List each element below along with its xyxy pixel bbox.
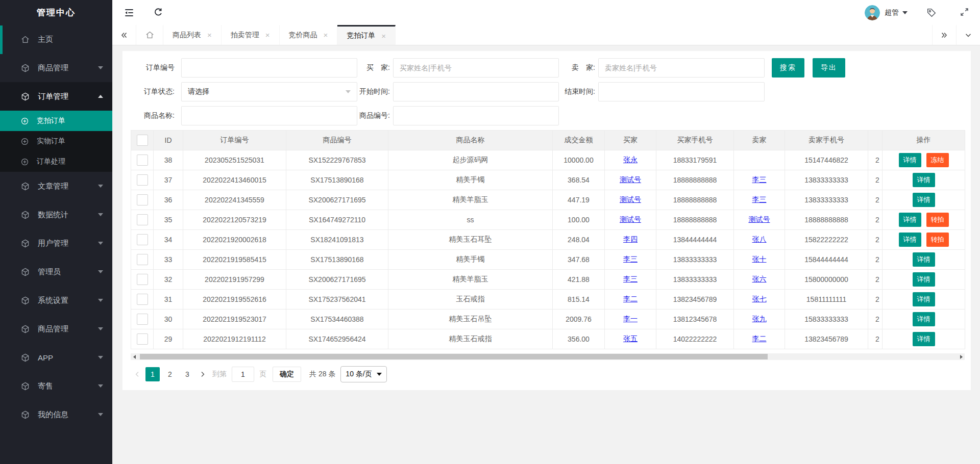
buyer-link[interactable]: 李三 <box>623 275 638 283</box>
seller-link[interactable]: 测试号 <box>749 215 770 223</box>
row-checkbox[interactable] <box>137 214 148 225</box>
sidebar-item[interactable]: 数据统计 <box>0 200 112 229</box>
fullscreen-icon[interactable] <box>960 7 971 18</box>
tabs-scroll-left-button[interactable] <box>112 25 136 45</box>
collapse-sidebar-icon[interactable] <box>124 7 135 18</box>
sidebar-subitem[interactable]: 实物订单 <box>0 131 112 151</box>
order-status-select[interactable]: 请选择 <box>181 82 357 101</box>
sidebar-item[interactable]: 寄售 <box>0 372 112 400</box>
horizontal-scrollbar[interactable] <box>131 353 965 360</box>
row-checkbox[interactable] <box>137 333 148 345</box>
detail-button[interactable]: 详情 <box>899 213 921 227</box>
tab-item[interactable]: 竞拍订单× <box>337 25 396 45</box>
seller-link[interactable]: 张七 <box>752 295 767 303</box>
detail-button[interactable]: 详情 <box>913 173 935 187</box>
seller-link[interactable]: 李二 <box>752 334 767 343</box>
sidebar-item[interactable]: 用户管理 <box>0 229 112 257</box>
seller-link[interactable]: 张八 <box>752 235 767 243</box>
seller-link[interactable]: 张十 <box>752 255 767 263</box>
row-checkbox[interactable] <box>137 174 148 186</box>
seller-input[interactable] <box>598 58 765 78</box>
detail-button[interactable]: 详情 <box>913 252 935 267</box>
row-checkbox[interactable] <box>137 274 148 285</box>
search-button[interactable]: 搜索 <box>772 58 804 78</box>
row-checkbox[interactable] <box>137 154 148 166</box>
user-menu[interactable]: 超管 <box>885 8 908 17</box>
sidebar-item[interactable]: 商品管理 <box>0 54 112 82</box>
detail-button[interactable]: 详情 <box>913 272 935 287</box>
end-time-input[interactable] <box>598 82 765 101</box>
buyer-link[interactable]: 李一 <box>623 315 638 323</box>
tab-home[interactable] <box>136 25 163 45</box>
topbar-right: 超管 <box>865 0 971 25</box>
select-all-checkbox[interactable] <box>137 135 148 146</box>
seller-link[interactable]: 李三 <box>752 175 767 184</box>
avatar[interactable] <box>865 5 880 20</box>
buyer-link[interactable]: 测试号 <box>620 195 641 203</box>
page-number-button[interactable]: 3 <box>180 367 194 381</box>
row-checkbox[interactable] <box>137 314 148 325</box>
goto-page-input[interactable] <box>232 367 254 382</box>
buyer-link[interactable]: 测试号 <box>620 215 641 223</box>
sidebar-item[interactable]: 文章管理 <box>0 172 112 200</box>
next-page-button[interactable] <box>196 367 209 381</box>
seller-link[interactable]: 李三 <box>752 195 767 203</box>
product-code-input[interactable] <box>393 106 559 125</box>
row-checkbox[interactable] <box>137 294 148 305</box>
buyer-link[interactable]: 李三 <box>623 255 638 263</box>
close-icon[interactable]: × <box>265 31 270 39</box>
detail-button[interactable]: 详情 <box>913 332 935 346</box>
sidebar-item-label: 我的信息 <box>38 410 68 420</box>
horizontal-scrollbar-thumb[interactable] <box>140 354 768 359</box>
sidebar-subitem[interactable]: 竞拍订单 <box>0 111 112 131</box>
detail-button[interactable]: 详情 <box>899 153 921 167</box>
close-icon[interactable]: × <box>207 31 212 39</box>
tab-item[interactable]: 商品列表× <box>163 25 222 45</box>
row-checkbox[interactable] <box>137 234 148 245</box>
goto-confirm-button[interactable]: 确定 <box>273 367 301 382</box>
buyer-link[interactable]: 李四 <box>623 235 638 243</box>
tabs-menu-button[interactable] <box>956 25 980 45</box>
resell-button[interactable]: 转拍 <box>926 213 949 227</box>
prev-page-button[interactable] <box>131 367 144 381</box>
sidebar-item[interactable]: 主页 <box>0 25 112 54</box>
freeze-button[interactable]: 冻结 <box>926 153 949 167</box>
detail-button[interactable]: 详情 <box>913 312 935 326</box>
sidebar-item[interactable]: 订单管理 <box>0 82 112 111</box>
close-icon[interactable]: × <box>324 31 328 39</box>
sidebar-item[interactable]: 商品管理 <box>0 315 112 343</box>
scroll-left-arrow-icon[interactable] <box>131 353 138 360</box>
export-button[interactable]: 导出 <box>813 58 845 78</box>
tab-item[interactable]: 竞价商品× <box>280 25 338 45</box>
tag-icon[interactable] <box>926 7 937 18</box>
page-number-button[interactable]: 1 <box>145 367 160 381</box>
sidebar-item[interactable]: 系统设置 <box>0 286 112 315</box>
row-checkbox[interactable] <box>137 194 148 205</box>
tab-item[interactable]: 拍卖管理× <box>222 25 280 45</box>
scroll-right-arrow-icon[interactable] <box>958 353 965 360</box>
seller-link[interactable]: 张九 <box>752 315 767 323</box>
buyer-link[interactable]: 张永 <box>623 156 638 164</box>
tabs-scroll-right-button[interactable] <box>932 25 956 45</box>
start-time-input[interactable] <box>393 82 559 101</box>
seller-link[interactable]: 张六 <box>752 275 767 283</box>
buyer-link[interactable]: 张五 <box>623 334 638 343</box>
close-icon[interactable]: × <box>381 32 386 40</box>
buyer-input[interactable] <box>393 58 559 78</box>
detail-button[interactable]: 详情 <box>899 233 921 247</box>
sidebar-item[interactable]: APP <box>0 343 112 372</box>
product-name-input[interactable] <box>181 106 357 125</box>
detail-button[interactable]: 详情 <box>913 193 935 207</box>
buyer-link[interactable]: 测试号 <box>620 175 641 184</box>
page-size-select[interactable]: 10 条/页 <box>340 366 386 382</box>
sidebar-subitem[interactable]: 订单处理 <box>0 151 112 172</box>
buyer-link[interactable]: 李二 <box>623 295 638 303</box>
sidebar-item[interactable]: 我的信息 <box>0 400 112 429</box>
detail-button[interactable]: 详情 <box>913 292 935 306</box>
refresh-icon[interactable] <box>153 7 164 18</box>
resell-button[interactable]: 转拍 <box>926 233 949 247</box>
sidebar-item[interactable]: 管理员 <box>0 257 112 286</box>
row-checkbox[interactable] <box>137 254 148 265</box>
page-number-button[interactable]: 2 <box>163 367 177 381</box>
order-no-input[interactable] <box>181 58 357 78</box>
